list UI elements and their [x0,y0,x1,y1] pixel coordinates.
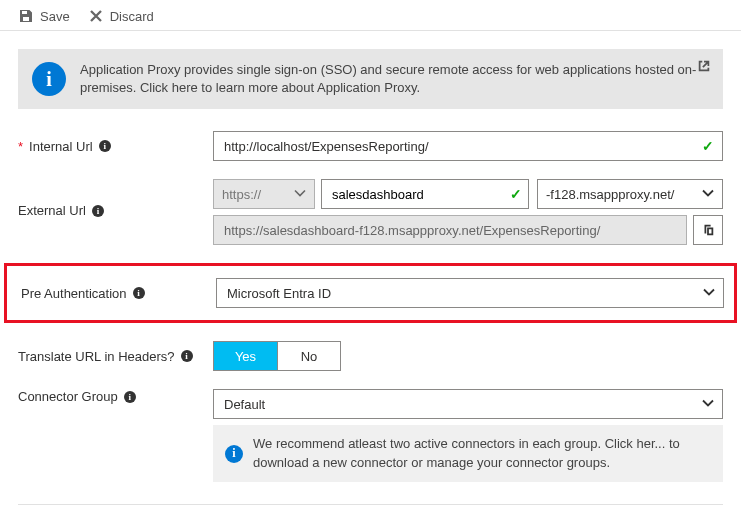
protocol-select[interactable]: https:// [213,179,315,209]
info-tooltip-icon[interactable]: i [133,287,145,299]
toggle-no[interactable]: No [277,342,340,370]
chevron-down-icon [703,286,715,301]
suffix-select[interactable]: -f128.msappproxy.net/ [537,179,723,209]
info-icon: i [32,62,66,96]
chevron-down-icon [294,187,306,202]
save-icon [18,8,34,24]
info-tooltip-icon[interactable]: i [124,391,136,403]
pre-auth-row: Pre Authentication i Microsoft Entra ID [4,263,737,323]
pre-auth-select[interactable]: Microsoft Entra ID [216,278,724,308]
discard-label: Discard [110,9,154,24]
connector-recommendation: i We recommend atleast two active connec… [213,425,723,481]
info-tooltip-icon[interactable]: i [181,350,193,362]
copy-button[interactable] [693,215,723,245]
internal-url-label: * Internal Url i [18,139,213,154]
external-url-readonly: https://salesdashboard-f128.msappproxy.n… [213,215,687,245]
info-icon: i [225,445,243,463]
external-link-icon[interactable] [697,59,711,76]
save-button[interactable]: Save [18,8,70,24]
discard-button[interactable]: Discard [88,8,154,24]
chevron-down-icon [702,187,714,202]
translate-toggle: Yes No [213,341,341,371]
required-asterisk: * [18,139,23,154]
connector-select[interactable]: Default [213,389,723,419]
save-label: Save [40,9,70,24]
discard-icon [88,8,104,24]
connector-label: Connector Group i [18,389,213,404]
toggle-yes[interactable]: Yes [214,342,277,370]
info-banner: i Application Proxy provides single sign… [18,49,723,109]
external-url-label: External Url i [18,179,213,218]
copy-icon [701,223,715,237]
translate-label: Translate URL in Headers? i [18,349,213,364]
internal-url-input[interactable] [213,131,723,161]
pre-auth-label: Pre Authentication i [7,286,216,301]
subdomain-input[interactable] [321,179,529,209]
chevron-down-icon [702,397,714,412]
info-banner-text: Application Proxy provides single sign-o… [80,61,709,97]
info-tooltip-icon[interactable]: i [99,140,111,152]
info-tooltip-icon[interactable]: i [92,205,104,217]
